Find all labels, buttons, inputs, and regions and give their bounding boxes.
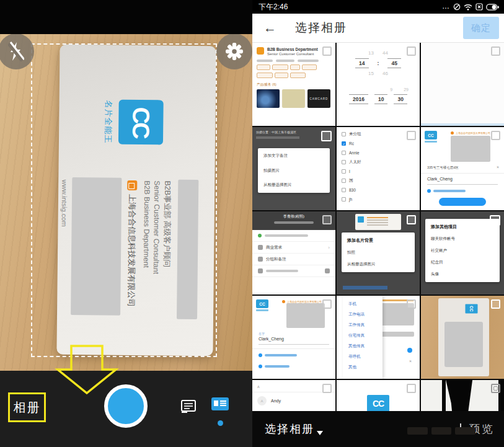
- page-title: 选择相册: [295, 20, 347, 36]
- products-section-label: 产品/服务 (6): [252, 78, 335, 89]
- company-logo-icon: [282, 300, 285, 303]
- battery-icon: [486, 4, 499, 11]
- menu-item: 工作传真: [343, 319, 382, 330]
- checkbox-icon: [342, 188, 346, 192]
- card-mode-button[interactable]: [211, 397, 229, 410]
- confirm-button[interactable]: 确定: [463, 17, 499, 39]
- thumb-checkbox[interactable]: [407, 215, 416, 224]
- thumb-checkbox[interactable]: [407, 131, 416, 140]
- crop-frame: [31, 43, 217, 357]
- tag-chip: [272, 64, 288, 70]
- thumb-checkbox[interactable]: [491, 131, 500, 140]
- address-text: 335号三号楼七层d区: [427, 166, 459, 170]
- picker-colon: :: [378, 60, 379, 66]
- camera-panel: CC 名片全能王 B2B事业部 高级客户顾问 Senior Customer C…: [0, 0, 252, 447]
- tag-chip: [290, 73, 306, 78]
- mini-card-image: [355, 214, 401, 230]
- thumb-checkbox[interactable]: [322, 46, 332, 56]
- picker-value: 2016: [349, 94, 368, 104]
- thumb-phonetypes-screenshot[interactable]: × 手机 工作电话 工作传真 住宅传真 其他传真 寻呼机 其他: [337, 296, 420, 379]
- camera-top-bar: [0, 0, 252, 34]
- thumb-checkbox[interactable]: [407, 46, 416, 56]
- thumb-contactedit-screenshot[interactable]: CC 上海合合信息科技发展有限公司 335号三号楼七层d区 × Clark_Ch…: [421, 127, 504, 210]
- group-label: 未分组: [349, 131, 361, 137]
- picker-value: 13: [368, 50, 374, 56]
- menu-item: 手机: [343, 298, 382, 309]
- menu-item: 拍摄图片: [263, 168, 324, 174]
- camera-viewfinder: CC 名片全能王 B2B事业部 高级客户顾问 Senior Customer C…: [0, 34, 252, 371]
- dropdown-caret-icon: [317, 431, 323, 435]
- redacted-link-bar: [433, 190, 466, 192]
- group-label: I: [349, 169, 350, 174]
- add-field-icon: [259, 365, 262, 368]
- album-button[interactable]: 相册: [8, 392, 46, 422]
- thumb-checkbox[interactable]: [322, 215, 332, 224]
- redacted-bar: [367, 217, 388, 218]
- thumb-cardphoto[interactable]: CC: [421, 296, 504, 379]
- redacted-block: [286, 303, 325, 328]
- thumb-checkbox[interactable]: [490, 215, 500, 226]
- contact-name: Clark_Cheng: [427, 177, 453, 181]
- add-icon: [407, 348, 412, 353]
- thumb-bwscan[interactable]: [421, 380, 504, 411]
- company-logo-icon: [451, 131, 454, 135]
- gear-icon: [225, 42, 244, 61]
- menu-item: 工作电话: [343, 309, 382, 319]
- thumb-checkbox[interactable]: [491, 384, 500, 393]
- group-label: 830: [349, 188, 356, 192]
- camcard-logo: [358, 216, 364, 223]
- thumb-checkbox[interactable]: [407, 299, 416, 309]
- group-label: 国: [349, 178, 353, 184]
- thumb-checkbox[interactable]: [491, 46, 500, 56]
- picker-value: 15: [368, 71, 374, 76]
- album-selector-label: 选择相册: [265, 422, 314, 436]
- thumb-contactlist-screenshot[interactable]: A A Andy: [252, 380, 335, 411]
- avatar: A: [257, 396, 267, 405]
- thumb-bgpopup-screenshot[interactable]: 添加名片背景 拍照 从相册选择图片: [337, 211, 420, 294]
- thumb-grouplist-screenshot[interactable]: 未分组 ✓Rc Annie 人太好 I 国 830 jh: [337, 127, 420, 210]
- batch-mode-button[interactable]: [179, 399, 197, 417]
- name-field-label: 名字: [259, 332, 265, 335]
- thumb-checkbox[interactable]: [322, 384, 332, 393]
- card-mode-icon-lines: [220, 401, 226, 402]
- popup-title: 添加其他项目: [431, 224, 494, 230]
- thumb-checkbox[interactable]: [491, 299, 500, 309]
- product-image: [282, 89, 305, 108]
- thumb-checkbox[interactable]: [321, 131, 332, 141]
- product-image: [257, 89, 280, 108]
- thumb-cclogo[interactable]: CC: [337, 380, 420, 411]
- blue-row-bar: [343, 286, 387, 290]
- settings-button[interactable]: [216, 34, 252, 69]
- thumb-timepicker-screenshot[interactable]: 13 44 14 : 45 15 46 9 29 2016: [337, 43, 420, 126]
- picker-value: 9: [390, 87, 392, 92]
- album-selector-button[interactable]: 选择相册: [265, 422, 323, 436]
- menu-item: 从相册选择图片: [347, 262, 409, 267]
- thumb-checkbox[interactable]: [322, 299, 332, 309]
- checkbox-icon: [342, 151, 346, 155]
- company-name: 上海合合信息科技发展有限公司: [456, 131, 490, 135]
- notes-icon: [258, 257, 263, 262]
- tag-chip: [275, 73, 288, 78]
- flash-off-button[interactable]: [0, 34, 34, 69]
- thumb-note-popup-screenshot[interactable]: 拍摄位置：中国上海市杨浦区 添加文字备注 拍摄图片 从相册选择图片: [252, 127, 335, 210]
- redacted-block: [444, 322, 483, 367]
- thumb-profile-screenshot[interactable]: B2B Business Department Senior Customer …: [252, 43, 335, 126]
- thumb-nameedit-screenshot[interactable]: CC 上海合合信息科技发展有限公司 名字 Clark_Cheng: [252, 296, 335, 379]
- close-icon: ×: [409, 359, 412, 363]
- back-arrow-icon[interactable]: ←: [263, 20, 276, 35]
- redacted-bar: [274, 221, 314, 224]
- thumb-checkbox[interactable]: [407, 384, 416, 393]
- album-bottom-bar: 选择相册 预览: [252, 411, 504, 447]
- chevron-right-icon: ›: [328, 245, 330, 250]
- contact-name: Andy: [271, 399, 281, 403]
- row-label: 商业需求: [266, 245, 282, 250]
- checkbox-checked-icon: ✓: [342, 141, 346, 146]
- mute-icon: [453, 3, 461, 11]
- status-time: 下午2:46: [259, 2, 288, 12]
- thumb-contactdetail-screenshot[interactable]: 李贵致(程熙) 商业需求› 分组和备注: [252, 211, 335, 294]
- redacted-bar: [256, 136, 299, 139]
- thumb-blank-screenshot[interactable]: [421, 43, 504, 126]
- camcard-caption-bar: [425, 141, 437, 143]
- checkbox-icon: [342, 160, 346, 164]
- thumb-otherpopup-screenshot[interactable]: 添加其他项目 聊天软件帐号 社交账户 纪念日 头像: [421, 211, 504, 294]
